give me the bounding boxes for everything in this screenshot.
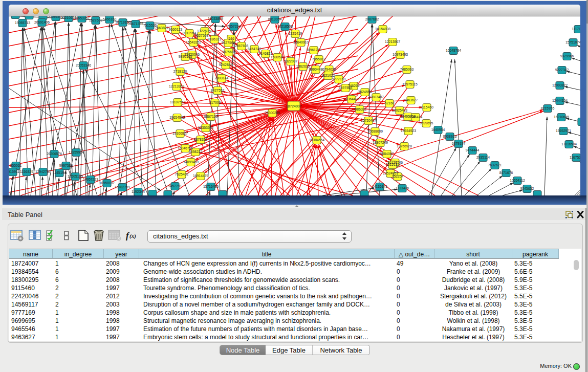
svg-text:12093872: 12093872 [552,83,568,87]
svg-text:9245652: 9245652 [520,187,534,190]
svg-text:9699695: 9699695 [420,121,433,125]
svg-text:5498222: 5498222 [189,150,203,154]
svg-text:7625402: 7625402 [175,172,189,176]
svg-text:16640910: 16640910 [293,40,309,44]
svg-text:20691406: 20691406 [34,20,50,24]
svg-text:13226058: 13226058 [197,29,212,33]
svg-text:7955812: 7955812 [312,57,326,61]
svg-text:9997586: 9997586 [59,164,73,167]
svg-text:1527602: 1527602 [89,18,103,22]
svg-text:19756928: 19756928 [397,144,412,148]
svg-text:7986322: 7986322 [353,107,367,111]
svg-text:2087682: 2087682 [365,17,379,21]
svg-text:5322037: 5322037 [284,59,298,63]
svg-text:1156829: 1156829 [20,170,33,173]
svg-text:10025433: 10025433 [392,108,407,112]
svg-text:12213967: 12213967 [385,40,400,43]
svg-text:12975115: 12975115 [402,82,418,86]
svg-text:19055713: 19055713 [15,21,30,25]
svg-text:2718120: 2718120 [173,70,187,73]
svg-text:10688609: 10688609 [367,129,383,133]
svg-text:15720407: 15720407 [361,119,376,122]
svg-text:9227342: 9227342 [555,68,569,72]
svg-text:9646414: 9646414 [409,115,423,119]
svg-text:1362615: 1362615 [296,64,310,68]
svg-text:10653267: 10653267 [74,16,90,20]
svg-text:9115460: 9115460 [420,105,433,109]
svg-text:12213369: 12213369 [169,84,184,88]
svg-text:8912954: 8912954 [183,31,197,35]
svg-text:19166827: 19166827 [172,132,188,135]
svg-text:1733426: 1733426 [396,186,409,190]
svg-text:18724007: 18724007 [286,104,301,108]
svg-text:20364436: 20364436 [344,97,359,101]
svg-text:1145194: 1145194 [53,171,66,174]
svg-text:17957223: 17957223 [83,178,98,181]
svg-text:8215955: 8215955 [541,106,555,110]
svg-text:546: 546 [228,37,234,40]
svg-text:7857224: 7857224 [227,25,241,28]
svg-text:9327503: 9327503 [195,34,209,37]
svg-text:8990448: 8990448 [309,68,323,71]
svg-text:8867130: 8867130 [204,115,218,118]
svg-text:9890165: 9890165 [179,55,192,58]
svg-text:9242848: 9242848 [219,63,233,67]
svg-text:15716485: 15716485 [203,185,219,188]
svg-text:3875685: 3875685 [222,50,236,54]
svg-text:1192344: 1192344 [132,190,145,193]
svg-text:17359924: 17359924 [69,150,84,154]
svg-text:9777169: 9777169 [332,77,346,81]
svg-text:252254: 252254 [392,174,404,178]
svg-text:14136141: 14136141 [372,185,387,188]
svg-text:3915911: 3915911 [9,170,19,173]
svg-text:16914479: 16914479 [193,174,208,178]
svg-text:8938923: 8938923 [443,135,457,138]
svg-text:14099489: 14099489 [183,160,199,164]
svg-text:1615132: 1615132 [386,163,400,166]
svg-text:6879197: 6879197 [452,142,466,145]
svg-text:10961758: 10961758 [306,48,321,52]
svg-text:8813054: 8813054 [268,17,282,21]
svg-text:9474444: 9474444 [466,148,480,152]
svg-text:12505135: 12505135 [68,174,83,178]
svg-text:8878352: 8878352 [194,138,208,141]
svg-text:19654943: 19654943 [169,116,185,119]
svg-text:2867608: 2867608 [235,44,249,48]
svg-text:10807487: 10807487 [368,95,384,99]
svg-text:10973493: 10973493 [393,53,408,56]
svg-text:3624554: 3624554 [358,90,372,94]
svg-text:19218506: 19218506 [277,25,293,28]
svg-text:6794028: 6794028 [322,68,336,71]
svg-text:8186323: 8186323 [208,37,222,41]
svg-text:1621022: 1621022 [321,74,335,77]
svg-text:1117054: 1117054 [572,27,580,31]
svg-text:16210645: 16210645 [554,115,569,119]
svg-text:12353594: 12353594 [198,126,213,129]
svg-text:9457791: 9457791 [168,184,182,188]
svg-text:16648784: 16648784 [446,49,461,52]
svg-text:8427552: 8427552 [211,89,225,92]
svg-text:16671355: 16671355 [128,22,143,26]
svg-text:10958107: 10958107 [99,181,115,185]
svg-text:15751074: 15751074 [565,40,580,44]
svg-text:9146821: 9146821 [259,52,273,55]
svg-text:8454749: 8454749 [248,47,262,51]
svg-text:15692971: 15692971 [556,129,571,133]
svg-text:16154808: 16154808 [375,27,390,31]
svg-text:19384554: 19384554 [309,138,324,142]
svg-text:16543352: 16543352 [186,40,201,44]
svg-text:20053346: 20053346 [76,63,91,67]
svg-text:9463627: 9463627 [404,98,418,102]
svg-text:746266: 746266 [348,84,360,87]
svg-text:1167533: 1167533 [570,156,580,159]
svg-text:16046755: 16046755 [178,146,193,150]
svg-text:26206576: 26206576 [47,152,62,156]
svg-text:7632621: 7632621 [488,163,502,167]
svg-text:10654112: 10654112 [510,179,525,182]
svg-text:16033809: 16033809 [208,17,223,20]
svg-text:9084067: 9084067 [380,152,394,156]
svg-text:2803144: 2803144 [215,76,229,80]
svg-text:(x): (x) [129,233,136,239]
svg-text:7663822: 7663822 [155,26,169,30]
svg-text:18807249: 18807249 [373,141,388,144]
